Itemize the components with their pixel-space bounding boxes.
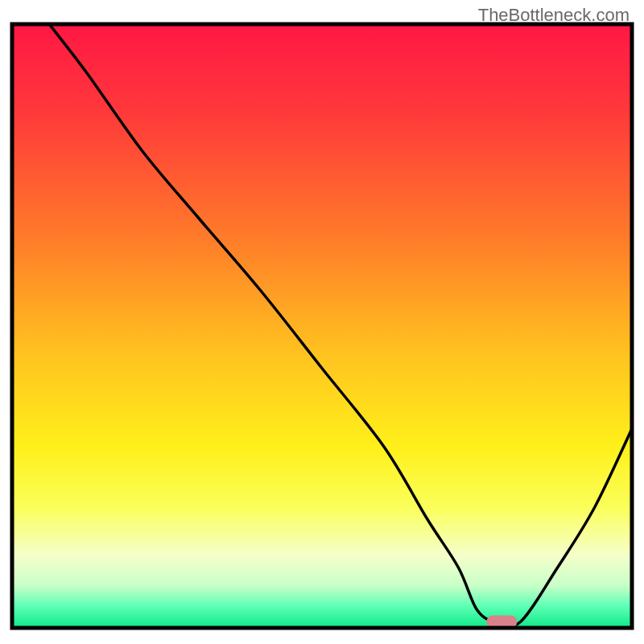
- gradient-background: [12, 24, 632, 628]
- watermark-text: TheBottleneck.com: [478, 5, 630, 26]
- chart-container: TheBottleneck.com: [0, 0, 644, 644]
- bottleneck-chart: [0, 0, 644, 644]
